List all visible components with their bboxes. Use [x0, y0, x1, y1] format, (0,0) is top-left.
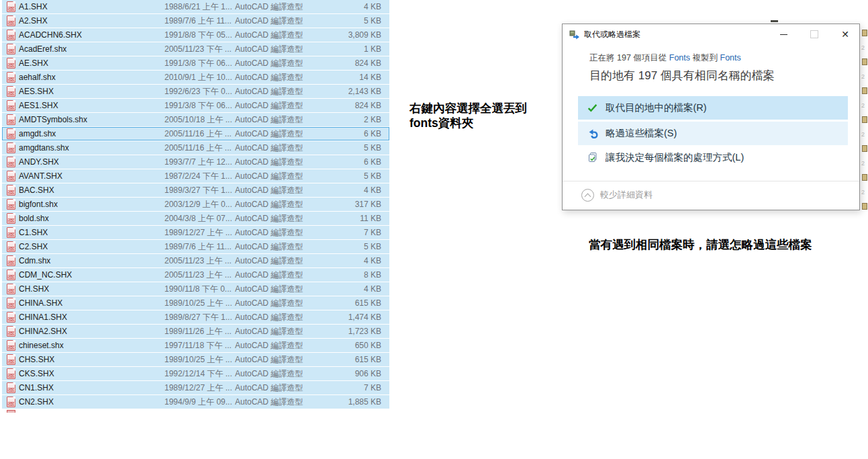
file-size: 6 KB: [364, 155, 381, 169]
file-size: 3,809 KB: [348, 28, 381, 42]
file-type: AutoCAD 編譯造型: [235, 0, 303, 13]
background-window-fragment: 2: [861, 44, 865, 51]
file-type: AutoCAD 編譯造型: [235, 367, 303, 380]
dialog-option[interactable]: 讓我決定每個檔案的處理方式(L): [578, 147, 848, 167]
shx-icon-label: SHX: [8, 63, 14, 67]
shx-file-icon: SHX: [7, 100, 15, 111]
file-row[interactable]: SHX AVANT.SHX 1987/2/24 下午 1... AutoCAD …: [2, 169, 389, 183]
dialog-option[interactable]: 略過這些檔案(S): [578, 122, 848, 145]
file-row[interactable]: SHX amgdt.shx 2005/11/16 上午 ... AutoCAD …: [2, 127, 389, 140]
dialog-option-label: 略過這些檔案(S): [606, 127, 677, 140]
background-window-fragment: 2: [861, 73, 865, 80]
file-size: 824 KB: [355, 56, 381, 70]
file-type: AutoCAD 編譯造型: [235, 381, 303, 394]
annotation-middle: 右鍵內容選擇全選丟到 fonts資料夾: [409, 101, 527, 130]
file-row[interactable]: SHX AES.SHX 1992/6/23 下午 0... AutoCAD 編譯…: [2, 85, 389, 98]
file-row[interactable]: SHX chineset.shx 1997/11/18 下午 ... AutoC…: [2, 339, 389, 352]
window-controls: ✕: [779, 24, 850, 44]
dialog-body: 正在將 197 個項目從 Fonts 複製到 Fonts 目的地有 197 個具…: [563, 44, 859, 202]
minimize-icon[interactable]: [779, 30, 788, 39]
file-size: 4 KB: [364, 254, 381, 267]
file-date-modified: 1989/12/27 上午 ...: [164, 381, 232, 394]
file-date-modified: 2005/11/23 上午 ...: [164, 254, 232, 267]
file-type: AutoCAD 編譯造型: [235, 296, 303, 310]
file-row[interactable]: SHX CHINA.SHX 1989/10/25 上午 ... AutoCAD …: [2, 296, 389, 310]
shx-file-icon: SHX: [7, 241, 15, 252]
file-row[interactable]: SHX Cdm.shx 2005/11/23 上午 ... AutoCAD 編譯…: [2, 254, 389, 267]
file-row[interactable]: SHX bold.shx 2004/3/8 上午 07... AutoCAD 編…: [2, 212, 389, 225]
file-row[interactable]: SHX A1.SHX 1988/6/21 上午 1... AutoCAD 編譯造…: [2, 0, 389, 13]
background-window-fragment: [862, 174, 867, 181]
file-row[interactable]: SHX CHINA2.SHX 1989/11/26 上午 ... AutoCAD…: [2, 325, 389, 338]
destination-folder-link[interactable]: Fonts: [720, 53, 741, 62]
file-name: A2.SHX: [19, 14, 48, 28]
progress-middle: 複製到: [690, 53, 720, 62]
shx-icon-label: SHX: [8, 35, 14, 38]
dialog-option[interactable]: 取代目的地中的檔案(R): [578, 96, 848, 120]
background-window-edge: 222222: [861, 30, 868, 218]
file-row[interactable]: SHX CHINA1.SHX 1989/8/27 下午 1... AutoCAD…: [2, 310, 389, 324]
file-size: 615 KB: [355, 296, 381, 310]
fewer-details-toggle[interactable]: 較少詳細資料: [581, 188, 859, 202]
shx-file-icon: SHX: [7, 298, 15, 308]
shx-file-icon: SHX: [7, 227, 15, 238]
background-window-fragment: 2: [861, 102, 865, 109]
file-row[interactable]: SHX C2.SHX 1989/7/6 上午 11... AutoCAD 編譯造…: [2, 240, 389, 253]
file-size: 7 KB: [364, 226, 381, 239]
file-row[interactable]: SHX CN1.SHX 1989/12/27 上午 ... AutoCAD 編譯…: [2, 381, 389, 394]
file-row[interactable]: SHX aehalf.shx 2010/9/1 上午 10... AutoCAD…: [2, 71, 389, 84]
progress-prefix: 正在將 197 個項目從: [589, 53, 669, 62]
file-row[interactable]: SHX CH.SHX 1990/11/8 下午 0... AutoCAD 編譯造…: [2, 282, 389, 296]
file-date-modified: 1989/7/6 上午 11...: [164, 14, 232, 28]
file-row[interactable]: SHX AES1.SHX 1991/3/8 下午 06... AutoCAD 編…: [2, 99, 389, 112]
file-date-modified: 2005/11/16 上午 ...: [164, 141, 232, 155]
file-row[interactable]: SHX ANDY.SHX 1993/7/7 上午 12... AutoCAD 編…: [2, 155, 389, 169]
annotation-middle-line1: 右鍵內容選擇全選丟到: [409, 101, 527, 116]
file-row[interactable]: SHX CDM_NC.SHX 2005/11/23 上午 ... AutoCAD…: [2, 268, 389, 282]
shx-icon-label: SHX: [8, 162, 14, 165]
shx-file-icon: SHX: [7, 58, 15, 69]
file-row[interactable]: SHX CKS.SHX 1992/12/14 下午 ... AutoCAD 編譯…: [2, 367, 389, 380]
fewer-details-label: 較少詳細資料: [600, 189, 653, 201]
file-row[interactable]: SHX A2.SHX 1989/7/6 上午 11... AutoCAD 編譯造…: [2, 14, 389, 28]
file-type: AutoCAD 編譯造型: [235, 353, 303, 366]
file-row[interactable]: SHX BAC.SHX 1989/3/27 下午 1... AutoCAD 編譯…: [2, 183, 389, 197]
file-row[interactable]: SHX bigfont.shx 2003/12/9 上午 0... AutoCA…: [2, 198, 389, 211]
file-size: 7 KB: [364, 381, 381, 394]
file-date-modified: 1989/7/6 上午 11...: [164, 240, 232, 253]
shx-icon-label: SHX: [8, 289, 14, 292]
file-name: CHS.SHX: [19, 353, 54, 366]
file-type: AutoCAD 編譯造型: [235, 56, 303, 70]
file-size: 2,143 KB: [348, 85, 381, 98]
background-window-fragment: [862, 58, 867, 65]
copy-files-icon: [569, 29, 580, 40]
file-list-panel: SHX A1.SHX 1988/6/21 上午 1... AutoCAD 編譯造…: [2, 0, 389, 409]
file-name: C2.SHX: [19, 240, 48, 253]
file-row[interactable]: SHX ACADCHN6.SHX 1991/8/8 下午 05... AutoC…: [2, 28, 389, 42]
file-name: CN2.SHX: [19, 395, 54, 409]
shx-file-icon: SHX: [7, 185, 15, 196]
shx-icon-label: SHX: [8, 120, 14, 123]
source-folder-link[interactable]: Fonts: [669, 53, 690, 62]
file-type: AutoCAD 編譯造型: [235, 395, 303, 409]
file-row[interactable]: SHX AE.SHX 1991/3/8 下午 06... AutoCAD 編譯造…: [2, 56, 389, 70]
shx-file-icon: SHX: [7, 340, 15, 351]
file-row[interactable]: SHX amgdtans.shx 2005/11/16 上午 ... AutoC…: [2, 141, 389, 155]
file-name: CHINA1.SHX: [19, 310, 67, 324]
file-row[interactable]: SHX CN2.SHX 1994/9/9 上午 09... AutoCAD 編譯…: [2, 395, 389, 409]
file-row[interactable]: SHX CHS.SHX 1989/10/25 上午 ... AutoCAD 編譯…: [2, 353, 389, 366]
check-icon: [587, 102, 598, 114]
copy-progress-text: 正在將 197 個項目從 Fonts 複製到 Fonts: [589, 52, 859, 62]
file-type: AutoCAD 編譯造型: [235, 212, 303, 225]
skip-arrow-icon: [587, 128, 598, 139]
file-row[interactable]: SHX C1.SHX 1989/12/27 上午 ... AutoCAD 編譯造…: [2, 226, 389, 239]
file-size: 1,474 KB: [348, 310, 381, 324]
shx-icon-label: SHX: [8, 247, 14, 250]
file-name: aehalf.shx: [19, 71, 56, 84]
file-date-modified: 1988/6/21 上午 1...: [164, 0, 232, 13]
dialog-titlebar[interactable]: 取代或略過檔案 ✕: [563, 24, 859, 44]
shx-icon-label: SHX: [8, 106, 14, 109]
file-row[interactable]: SHX AcadEref.shx 2005/11/23 下午 ... AutoC…: [2, 42, 389, 56]
close-icon[interactable]: ✕: [840, 30, 850, 39]
file-row[interactable]: SHX AMDTSymbols.shx 2005/10/18 上午 ... Au…: [2, 113, 389, 126]
